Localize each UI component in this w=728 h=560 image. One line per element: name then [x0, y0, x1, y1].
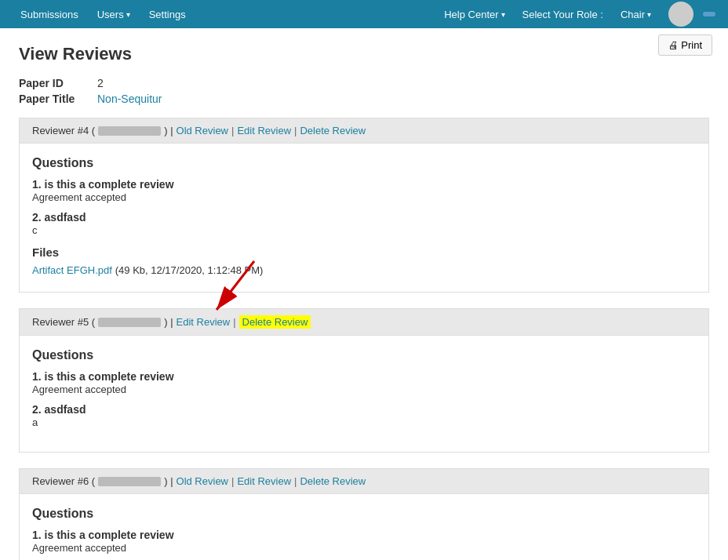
navbar-right: Help Center ▾ Select Your Role : Chair ▾: [436, 2, 715, 27]
main-content: View Reviews Paper ID 2 Paper Title Non-…: [0, 28, 728, 560]
reviewer-4-files-title: Files: [32, 245, 696, 259]
reviewer-5-header: Reviewer #5 ( ) | Edit Review | Delete R…: [19, 308, 709, 336]
paper-title-label: Paper Title: [19, 93, 97, 105]
paper-title-row: Paper Title Non-Sequitur: [19, 93, 709, 105]
reviewer-6-label: Reviewer #6 (: [32, 475, 95, 487]
reviewer-4-file-link[interactable]: Artifact EFGH.pdf: [32, 264, 112, 276]
reviewer-4-label: Reviewer #4 (: [32, 125, 95, 136]
page-title: View Reviews: [19, 44, 709, 64]
paper-id-row: Paper ID 2: [19, 77, 709, 89]
paper-meta: Paper ID 2 Paper Title Non-Sequitur: [19, 77, 709, 105]
help-dropdown-arrow: ▾: [501, 10, 505, 19]
paper-id-label: Paper ID: [19, 77, 97, 89]
reviewer-4-old-review[interactable]: Old Review: [177, 125, 228, 136]
navbar-left: Submissions Users ▾ Settings: [13, 2, 194, 27]
reviewer-6-questions-title: Questions: [32, 507, 696, 521]
role-dropdown-arrow: ▾: [647, 10, 651, 19]
reviewer-4-file: Artifact EFGH.pdf (49 Kb, 12/17/2020, 1:…: [32, 264, 696, 276]
reviewer-6-old-review[interactable]: Old Review: [177, 475, 228, 487]
nav-settings[interactable]: Settings: [141, 2, 194, 27]
reviewer-6-name: [98, 477, 161, 486]
avatar-name[interactable]: [703, 12, 715, 16]
reviewer-5-edit-review[interactable]: Edit Review: [177, 316, 231, 328]
reviewer-4-file-meta: (49 Kb, 12/17/2020, 1:12:48 PM): [115, 264, 264, 276]
reviewer-4-delete-review[interactable]: Delete Review: [300, 125, 366, 136]
reviewer-4-edit-review[interactable]: Edit Review: [237, 125, 291, 136]
reviewer-6-q1: 1. is this a complete review Agreement a…: [32, 529, 696, 554]
reviewer-6-edit-review[interactable]: Edit Review: [237, 475, 291, 487]
reviewer-4-header: Reviewer #4 ( ) | Old Review | Edit Revi…: [19, 118, 709, 144]
reviewer-6-delete-review[interactable]: Delete Review: [300, 475, 366, 487]
users-dropdown-arrow: ▾: [126, 10, 130, 19]
reviewer-4-questions-title: Questions: [32, 156, 696, 170]
print-button[interactable]: 🖨 Print: [658, 35, 712, 56]
reviewer-5-label: Reviewer #5 (: [32, 316, 95, 328]
reviewer-5-questions-title: Questions: [32, 348, 696, 362]
reviewer-5-q2: 2. asdfasd a: [32, 403, 696, 428]
print-button-wrap: 🖨 Print: [658, 35, 712, 56]
reviewer-5-delete-review[interactable]: Delete Review: [239, 315, 311, 329]
nav-submissions[interactable]: Submissions: [13, 2, 86, 27]
reviewer-6-body: Questions 1. is this a complete review A…: [19, 494, 709, 560]
avatar: [668, 2, 693, 27]
reviewer-4-q1: 1. is this a complete review Agreement a…: [32, 178, 696, 203]
nav-users[interactable]: Users ▾: [89, 2, 138, 27]
reviewer-4-body: Questions 1. is this a complete review A…: [19, 144, 709, 293]
navbar: Submissions Users ▾ Settings Help Center…: [0, 0, 728, 28]
select-role-label: Select Your Role :: [522, 9, 603, 20]
nav-role[interactable]: Chair ▾: [613, 2, 659, 27]
reviewer-4-name: [98, 126, 161, 136]
reviewer-5-name: [98, 318, 161, 327]
reviewer-6-header: Reviewer #6 ( ) | Old Review | Edit Revi…: [19, 468, 709, 494]
nav-help-center[interactable]: Help Center ▾: [436, 2, 512, 27]
reviewer-5-q1: 1. is this a complete review Agreement a…: [32, 370, 696, 395]
paper-title-value: Non-Sequitur: [97, 93, 162, 105]
reviewer-5-body: Questions 1. is this a complete review A…: [19, 336, 709, 453]
paper-id-value: 2: [97, 77, 104, 89]
reviewer-4-q2: 2. asdfasd c: [32, 211, 696, 236]
